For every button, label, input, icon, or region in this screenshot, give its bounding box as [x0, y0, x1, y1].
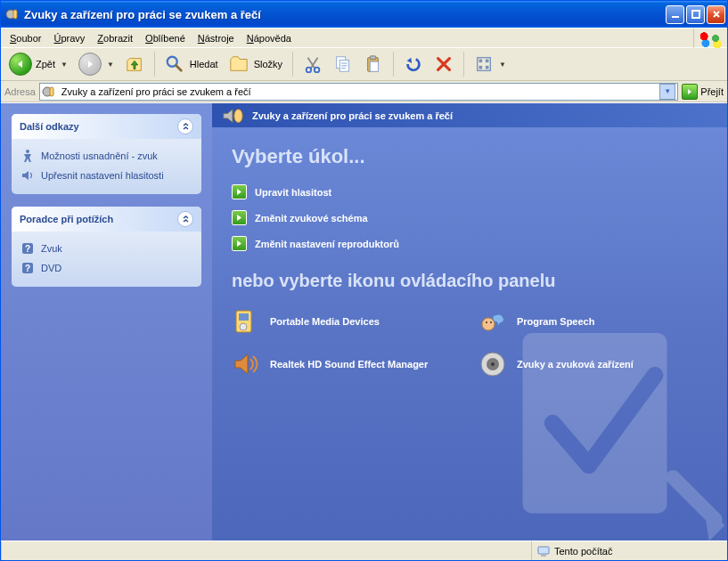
chevron-up-icon — [177, 211, 193, 227]
menu-napoveda[interactable]: Nápověda — [241, 31, 298, 45]
folders-button[interactable]: Složky — [225, 53, 286, 76]
svg-rect-27 — [239, 313, 249, 321]
menubar: Soubor Úpravy Zobrazit Oblíbené Nástroje… — [1, 28, 727, 47]
task-upravit-hlasitost[interactable]: Upravit hlasitost — [232, 184, 708, 199]
status-location-label: Tento počítač — [554, 546, 612, 557]
task-label: Změnit zvukové schéma — [255, 213, 368, 224]
svg-point-28 — [240, 323, 247, 330]
menu-zobrazit[interactable]: Zobrazit — [91, 31, 139, 45]
svg-rect-13 — [479, 60, 483, 63]
panel-title: Další odkazy — [20, 121, 79, 132]
link-label: Upřesnit nastavení hlasitosti — [41, 170, 164, 181]
forward-button[interactable]: ▼ — [75, 51, 118, 77]
address-field[interactable]: ▼ — [39, 83, 678, 101]
maximize-button[interactable] — [686, 5, 705, 24]
back-button[interactable]: Zpět ▼ — [5, 51, 71, 77]
undo-button[interactable] — [400, 53, 427, 76]
volume-icon — [20, 168, 35, 183]
cp-label: Zvuky a zvuková zařízení — [517, 359, 634, 370]
svg-point-5 — [307, 68, 312, 73]
status-bar: Tento počítač — [1, 541, 727, 560]
address-input[interactable] — [60, 85, 659, 98]
window-icon — [5, 7, 20, 21]
folders-label: Složky — [254, 59, 282, 69]
pmd-icon — [232, 307, 260, 336]
arrow-right-icon — [232, 184, 247, 199]
realtek-icon — [232, 350, 260, 378]
back-label: Zpět — [36, 59, 55, 69]
link-dvd[interactable]: ? DVD — [20, 258, 192, 278]
menu-upravy[interactable]: Úpravy — [47, 31, 91, 45]
link-upresnit-hlasitost[interactable]: Upřesnit nastavení hlasitosti — [20, 166, 192, 185]
svg-point-34 — [491, 362, 495, 366]
status-cell-location: Tento počítač — [531, 541, 727, 560]
speech-icon — [479, 307, 507, 336]
arrow-right-icon — [232, 210, 247, 225]
location-icon — [42, 85, 56, 99]
link-label: Možnosti usnadnění - zvuk — [41, 150, 158, 161]
cp-zvuky-zarizeni[interactable]: Zvuky a zvuková zařízení — [479, 350, 708, 378]
go-button[interactable]: Přejít — [682, 84, 724, 100]
panel-header[interactable]: Další odkazy — [12, 114, 201, 139]
arrow-right-icon — [78, 53, 102, 76]
menu-oblibene[interactable]: Oblíbené — [139, 31, 192, 45]
svg-rect-2 — [672, 16, 679, 18]
windows-flag-icon[interactable] — [693, 28, 727, 48]
search-button[interactable]: Hledat — [161, 53, 222, 76]
cp-label: Program Speech — [517, 316, 594, 327]
cp-label: Portable Media Devices — [270, 316, 380, 327]
cp-realtek-hd[interactable]: Realtek HD Sound Effect Manager — [232, 350, 461, 378]
accessibility-icon — [20, 149, 35, 163]
svg-rect-3 — [692, 11, 699, 18]
link-moznosti-usnadneni[interactable]: Možnosti usnadnění - zvuk — [20, 146, 192, 166]
task-label: Upravit hlasitost — [255, 187, 331, 198]
search-label: Hledat — [190, 59, 218, 69]
heading-icons: nebo vyberte ikonu ovládacího panelu — [232, 271, 708, 291]
svg-point-31 — [490, 321, 492, 323]
task-zvukove-schema[interactable]: Změnit zvukové schéma — [232, 210, 708, 225]
content-header: Zvuky a zařízení pro práci se zvukem a ř… — [212, 103, 727, 127]
link-zvuk[interactable]: ? Zvuk — [20, 239, 192, 258]
link-label: Zvuk — [41, 243, 62, 254]
chevron-up-icon — [177, 118, 193, 134]
svg-point-19 — [26, 150, 29, 153]
cp-program-speech[interactable]: Program Speech — [479, 307, 708, 336]
panel-dalsi-odkazy: Další odkazy Možnosti usnadnění - zvuk — [12, 114, 201, 194]
menu-soubor[interactable]: Soubor — [4, 31, 47, 45]
close-button[interactable] — [707, 5, 725, 24]
chevron-down-icon: ▼ — [107, 61, 114, 69]
svg-rect-35 — [538, 547, 549, 554]
heading-task: Vyberte úkol... — [232, 145, 708, 168]
cp-portable-media-devices[interactable]: Portable Media Devices — [232, 307, 461, 336]
svg-rect-15 — [479, 66, 483, 69]
svg-rect-16 — [486, 66, 489, 69]
sidebar: Další odkazy Možnosti usnadnění - zvuk — [1, 103, 212, 541]
copy-button[interactable] — [330, 53, 356, 76]
svg-point-30 — [486, 321, 487, 323]
panel-title: Poradce při potížích — [20, 214, 113, 224]
chevron-down-icon: ▼ — [499, 61, 506, 69]
views-button[interactable]: ▼ — [470, 53, 510, 76]
cp-label: Realtek HD Sound Effect Manager — [270, 359, 428, 370]
delete-button[interactable] — [430, 53, 457, 76]
toolbar: Zpět ▼ ▼ Hledat Složky — [1, 47, 727, 81]
paste-button[interactable] — [360, 53, 387, 76]
svg-rect-14 — [486, 60, 489, 63]
menu-nastroje[interactable]: Nástroje — [192, 31, 241, 45]
computer-icon — [537, 545, 550, 557]
panel-header[interactable]: Poradce při potížích — [12, 207, 201, 232]
task-label: Změnit nastavení reproduktorů — [255, 239, 399, 249]
svg-point-6 — [315, 68, 320, 73]
sound-devices-icon — [479, 350, 507, 378]
svg-rect-36 — [541, 555, 546, 557]
titlebar[interactable]: Zvuky a zařízení pro práci se zvukem a ř… — [1, 1, 727, 28]
svg-rect-11 — [370, 61, 378, 71]
address-dropdown[interactable]: ▼ — [659, 84, 675, 100]
up-button[interactable] — [121, 53, 148, 76]
task-nastaveni-reproduktoru[interactable]: Změnit nastavení reproduktorů — [232, 236, 708, 251]
cut-button[interactable] — [299, 53, 326, 76]
svg-rect-1 — [13, 10, 17, 19]
minimize-button[interactable] — [666, 5, 684, 24]
explorer-window: Zvuky a zařízení pro práci se zvukem a ř… — [0, 0, 728, 561]
svg-text:?: ? — [25, 244, 30, 254]
